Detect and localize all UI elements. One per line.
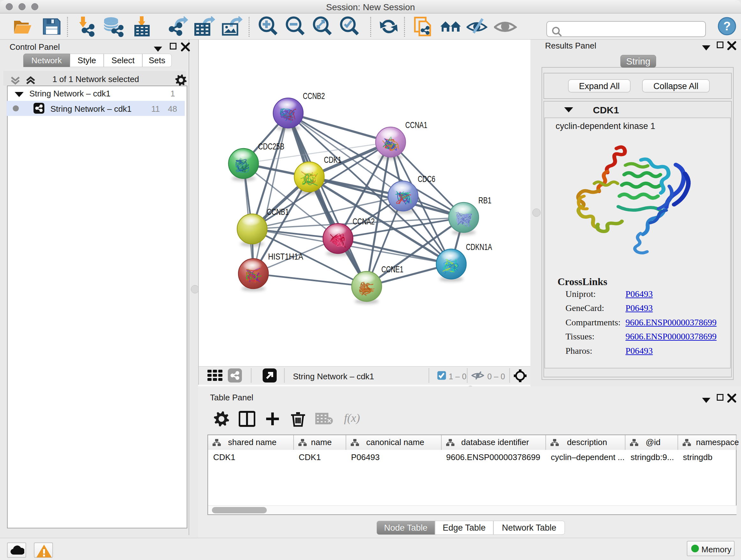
svg-text:HIST1H1A: HIST1H1A xyxy=(268,252,303,261)
svg-text:CDK1: CDK1 xyxy=(324,155,341,165)
svg-text:CCNB2: CCNB2 xyxy=(303,91,325,101)
svg-text:CDC6: CDC6 xyxy=(418,174,435,184)
svg-text:CDKN1A: CDKN1A xyxy=(466,242,492,252)
svg-text:RB1: RB1 xyxy=(478,195,491,205)
svg-text:?: ? xyxy=(723,19,731,33)
svg-text:CCNA1: CCNA1 xyxy=(405,120,427,130)
svg-text:CDC25B: CDC25B xyxy=(258,141,284,151)
svg-text:CCNE1: CCNE1 xyxy=(381,264,403,274)
svg-text:CCNA2: CCNA2 xyxy=(353,216,375,226)
svg-text:CCNB1: CCNB1 xyxy=(267,207,289,217)
